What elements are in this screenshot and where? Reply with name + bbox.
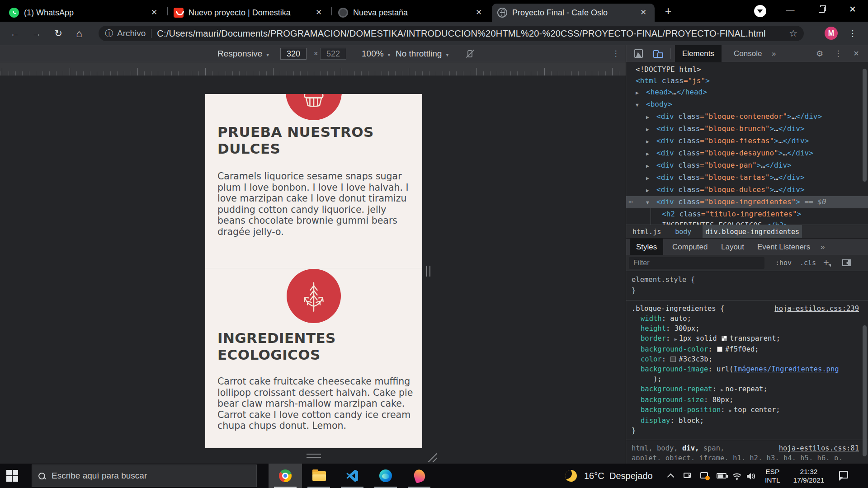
tab-domestika[interactable]: Nuevo proyecto | Domestika ✕ [168, 4, 330, 22]
breadcrumb-selected[interactable]: div.bloque-ingredientes [703, 225, 802, 239]
expand-shorthand-icon[interactable]: ▶ [721, 387, 723, 392]
weather-temp[interactable]: 16°C [584, 464, 604, 488]
collapse-arrow-icon[interactable]: ▼ [646, 197, 656, 208]
device-toolbar-toggle-icon[interactable] [653, 49, 663, 59]
viewport-resize-handle-bottom[interactable] [307, 454, 321, 458]
css-property[interactable]: border: ▶1px solid transparent; [632, 333, 863, 344]
taskbar-edge[interactable] [369, 464, 402, 488]
tab-elements[interactable]: Elements [675, 45, 722, 62]
viewport-width-input[interactable]: 320 [280, 48, 307, 60]
transparent-color-swatch[interactable] [722, 336, 727, 341]
css-property[interactable]: background-size: 80px; [632, 395, 863, 405]
action-center-icon[interactable] [839, 471, 848, 479]
dom-tree-row[interactable]: ▶<head>…</head> [626, 86, 868, 99]
window-close-button[interactable]: ✕ [842, 0, 863, 19]
css-resource-link[interactable]: Imágenes/Ingredientes.png [733, 365, 839, 373]
battery-icon[interactable] [717, 473, 726, 479]
tray-chevron-up-icon[interactable] [667, 474, 675, 481]
viewport-height-input[interactable]: 522 [320, 48, 346, 60]
dom-tree-row[interactable]: ▶<div class="bloque-fiestas">…</div> [626, 135, 868, 147]
expand-arrow-icon[interactable]: ▶ [646, 160, 656, 172]
tray-cast-icon[interactable] [684, 473, 691, 478]
dom-tree-row[interactable]: <!DOCTYPE html> [626, 64, 868, 75]
reload-icon[interactable]: ↻ [52, 27, 65, 40]
devtools-menu-icon[interactable]: ⋮ [832, 45, 844, 62]
dom-tree-row[interactable]: ▶<div class="bloque-pan">…</div> [626, 160, 868, 172]
more-tabs-icon[interactable]: » [772, 45, 776, 62]
home-icon[interactable]: ⌂ [72, 27, 86, 40]
tab-event-listeners[interactable]: Event Listeners [751, 239, 816, 255]
tab-computed[interactable]: Computed [666, 239, 714, 255]
clock[interactable]: 21:3217/9/2021 [788, 467, 830, 484]
language-indicator[interactable]: ESPINTL [765, 467, 780, 484]
rotate-viewport-icon[interactable] [466, 49, 475, 58]
expand-shorthand-icon[interactable]: ▶ [675, 337, 677, 342]
css-property[interactable]: background-repeat: ▶no-repeat; [632, 384, 863, 395]
dom-tree-row[interactable]: ⋯▼<div class="bloque-ingredientes"> == $… [626, 196, 868, 208]
zoom-select[interactable]: 100%▼ [362, 45, 392, 62]
css-property[interactable]: background-image: url(Imágenes/Ingredien… [632, 364, 863, 374]
forward-icon[interactable]: → [30, 27, 43, 40]
url-text[interactable]: C:/Users/mauri/Documents/PROGRAMACION/DO… [157, 28, 789, 39]
window-minimize-button[interactable]: — [779, 0, 801, 19]
expand-arrow-icon[interactable]: ▶ [646, 136, 656, 147]
expand-arrow-icon[interactable]: ▶ [646, 112, 656, 123]
devtools-settings-icon[interactable]: ⚙ [813, 45, 826, 62]
breadcrumb-body[interactable]: body [672, 225, 694, 239]
dom-tree-scrollbar[interactable] [863, 69, 867, 182]
dom-tree-row[interactable]: INGREDIENTES ECOLOGICOS </h2> [626, 220, 868, 225]
weather-desc[interactable]: Despejado [609, 464, 653, 488]
taskbar-vscode[interactable] [335, 464, 369, 488]
styles-scrollbar[interactable] [863, 325, 867, 456]
dom-tree-row[interactable]: ▶<div class="bloque-desayuno">…</div> [626, 147, 868, 160]
breadcrumb-html[interactable]: html.js [630, 225, 664, 239]
toggle-hover-state[interactable]: :hov [775, 255, 792, 271]
tab-close-icon[interactable]: ✕ [313, 7, 325, 19]
wifi-icon[interactable] [732, 472, 742, 480]
dom-tree-row[interactable]: <html class="js"> [626, 75, 868, 86]
taskbar-flame-app[interactable] [402, 464, 436, 488]
css-property[interactable]: width: auto; [632, 314, 863, 324]
tab-close-icon[interactable]: ✕ [473, 7, 485, 19]
css-source-link[interactable]: hoja-estilos.css:81 [779, 443, 859, 453]
viewport-resize-handle-corner[interactable] [427, 452, 437, 462]
tab-close-icon[interactable]: ✕ [148, 7, 160, 19]
tab-nueva-pestana[interactable]: Nueva pestaña ✕ [333, 4, 490, 22]
dom-tree-row[interactable]: ▶<div class="bloque-dulces">…</div> [626, 184, 868, 196]
color-swatch[interactable] [670, 357, 676, 362]
throttling-select[interactable]: No throttling▼ [396, 45, 449, 62]
expand-shorthand-icon[interactable]: ▶ [729, 408, 732, 413]
css-rule-reset[interactable]: html, body, div, span, hoja-estilos.css:… [626, 440, 868, 460]
dom-tree-row[interactable]: <h2 class="titulo-ingredientes"> [626, 208, 868, 220]
expand-arrow-icon[interactable]: ▶ [646, 124, 656, 135]
css-rule-bloque-ingredientes[interactable]: .bloque-ingredientes { hoja-estilos.css:… [626, 300, 868, 440]
styles-filter-input[interactable]: Filter [629, 257, 764, 269]
expand-arrow-icon[interactable]: ▶ [636, 87, 646, 99]
more-tabs-icon[interactable]: » [821, 239, 825, 255]
sidebar-dock-icon[interactable] [842, 259, 851, 266]
css-property[interactable]: background-position: ▶top center; [632, 405, 863, 416]
bookmark-star-icon[interactable]: ☆ [789, 28, 797, 39]
expand-arrow-icon[interactable]: ▶ [646, 148, 656, 160]
css-property[interactable]: display: block; [632, 416, 863, 426]
browser-menu-icon[interactable]: ⋮ [847, 27, 858, 40]
device-toolbar-menu-icon[interactable]: ⋮ [611, 45, 620, 62]
tab-proyecto-final[interactable]: Proyecto Final - Cafe Oslo ✕ [492, 4, 655, 22]
media-controls-button[interactable] [754, 5, 766, 17]
dom-tree-row[interactable]: ▶<div class="bloque-tartas">…</div> [626, 172, 868, 184]
css-source-link[interactable]: hoja-estilos.css:239 [774, 304, 859, 314]
element-style-block[interactable]: element.style { } [626, 271, 868, 300]
new-style-rule-icon[interactable]: + [823, 255, 829, 270]
tab-console[interactable]: Console [726, 45, 769, 62]
tab-layout[interactable]: Layout [715, 239, 750, 255]
inspect-element-icon[interactable] [634, 49, 643, 58]
start-button[interactable] [6, 470, 18, 482]
window-restore-button[interactable] [811, 0, 832, 19]
viewport-resize-handle-right[interactable] [426, 266, 430, 277]
devtools-close-icon[interactable]: ✕ [849, 45, 863, 62]
back-icon[interactable]: ← [8, 27, 22, 40]
new-tab-button[interactable]: + [659, 5, 677, 17]
css-property[interactable]: height: 300px; [632, 324, 863, 333]
tab-styles[interactable]: Styles [630, 239, 663, 255]
tab-whatsapp[interactable]: (1) WhatsApp ✕ [4, 4, 165, 22]
